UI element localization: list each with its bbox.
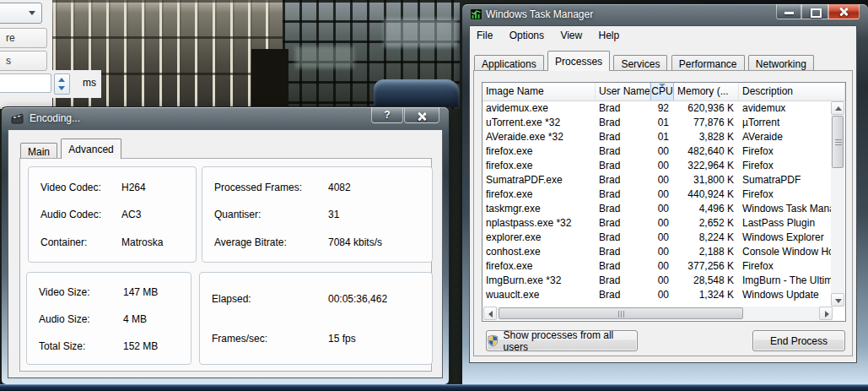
process-row[interactable]: firefox.exeBrad00440,924 KFirefox: [483, 187, 845, 202]
cell-mem: 1,324 K: [674, 288, 739, 302]
partial-button-re[interactable]: re: [0, 28, 47, 48]
cell-cpu: 00: [650, 173, 674, 187]
container-label: Container:: [40, 236, 121, 248]
cell-image: firefox.exe: [483, 144, 596, 159]
process-row[interactable]: explorer.exeBrad008,224 KWindows Explore…: [483, 231, 845, 245]
minimize-button[interactable]: [776, 4, 801, 19]
process-row[interactable]: wuauclt.exeBrad001,324 KWindows Update: [483, 288, 845, 302]
encoding-dialog: Encoding... ? Main Advanced Video Codec:…: [2, 107, 449, 384]
frames-per-sec-label: Frames/sec:: [212, 333, 328, 345]
close-icon: [418, 112, 426, 121]
close-button[interactable]: [404, 107, 439, 123]
menu-file[interactable]: File: [470, 26, 499, 41]
cell-user: Brad: [596, 231, 650, 245]
cell-mem: 620,936 K: [674, 101, 739, 116]
cell-desc: Windows Explorer: [739, 231, 845, 245]
cell-user: Brad: [596, 216, 650, 231]
taskbar[interactable]: [0, 384, 868, 391]
scroll-left-button[interactable]: [483, 307, 497, 320]
process-row[interactable]: taskmgr.exeBrad004,496 KWindows Task Man…: [483, 202, 845, 216]
tab-processes[interactable]: Processes: [547, 51, 610, 71]
cell-user: Brad: [596, 101, 650, 116]
cell-cpu: 00: [650, 245, 674, 259]
cell-image: AVeraide.exe *32: [483, 130, 596, 144]
encoding-tab-strip: Main Advanced: [20, 139, 122, 160]
restore-icon: [811, 8, 822, 18]
audio-codec-label: Audio Codec:: [40, 209, 121, 220]
process-row[interactable]: ImgBurn.exe *32Brad0028,548 KImgBurn - T…: [483, 274, 845, 288]
cell-user: Brad: [596, 116, 650, 130]
cpu-header-label: CPU: [651, 85, 672, 97]
vertical-scrollbar-thumb[interactable]: [832, 116, 844, 168]
column-header-image-name[interactable]: Image Name: [483, 83, 596, 100]
horizontal-scrollbar-thumb[interactable]: [499, 307, 743, 319]
cell-cpu: 00: [650, 144, 674, 159]
process-row[interactable]: firefox.exeBrad00377,256 KFirefox: [483, 259, 845, 274]
process-row[interactable]: SumatraPDF.exeBrad0031,800 KSumatraPDF: [483, 173, 845, 187]
elapsed-value: 00:05:36,462: [328, 293, 387, 305]
cell-mem: 322,964 K: [674, 159, 739, 173]
cell-desc: Firefox: [739, 159, 845, 173]
cell-cpu: 00: [650, 274, 674, 288]
cell-image: conhost.exe: [483, 245, 596, 259]
end-process-label: End Process: [770, 335, 828, 347]
cell-image: firefox.exe: [483, 259, 596, 274]
average-bitrate-value: 7084 kbits/s: [328, 236, 382, 248]
window-reflection: [384, 19, 458, 47]
menu-view[interactable]: View: [553, 26, 589, 41]
avidemux-clapperboard-icon: [11, 111, 24, 125]
task-manager-title: Windows Task Manager: [486, 8, 593, 20]
encoding-dialog-client: Main Advanced Video Codec:H264 Audio Cod…: [8, 129, 443, 378]
column-header-memory[interactable]: Memory (...: [674, 83, 739, 100]
tab-advanced[interactable]: Advanced: [61, 138, 121, 159]
partial-button-s[interactable]: s: [0, 51, 47, 71]
duration-input[interactable]: [0, 73, 51, 93]
menu-bar: File Options View Help: [470, 26, 856, 46]
video-codec-value: H264: [121, 182, 146, 193]
scroll-down-button[interactable]: [831, 293, 844, 307]
menu-options[interactable]: Options: [503, 26, 551, 41]
process-row[interactable]: nplastpass.exe *32Brad002,652 KLastPass …: [483, 216, 845, 231]
column-header-user-name[interactable]: User Name: [596, 83, 650, 100]
process-row[interactable]: firefox.exeBrad00322,964 KFirefox: [483, 159, 845, 173]
task-manager-app-icon: [470, 8, 483, 20]
cell-desc: ImgBurn - The Ultimat: [739, 274, 845, 288]
help-button[interactable]: ?: [371, 107, 403, 123]
encoding-dialog-title: Encoding...: [30, 112, 80, 124]
cell-user: Brad: [596, 130, 650, 144]
cell-desc: SumatraPDF: [739, 173, 845, 187]
process-row[interactable]: firefox.exeBrad00482,640 KFirefox: [483, 144, 845, 159]
total-size-label: Total Size:: [39, 340, 123, 352]
chevron-down-icon: [29, 11, 35, 15]
encoding-dialog-titlebar[interactable]: Encoding... ?: [2, 107, 449, 129]
sort-descending-icon: [659, 84, 666, 87]
close-button[interactable]: [828, 4, 860, 19]
end-process-button[interactable]: End Process: [752, 330, 845, 351]
dropdown-select[interactable]: [0, 3, 42, 24]
spin-down-icon[interactable]: [58, 86, 65, 90]
scroll-up-button[interactable]: [831, 101, 844, 115]
cell-image: ImgBurn.exe *32: [483, 274, 596, 288]
scroll-right-button[interactable]: [819, 307, 833, 320]
column-header-description[interactable]: Description: [739, 83, 845, 100]
spin-up-icon[interactable]: [58, 78, 65, 82]
cell-mem: 31,800 K: [674, 173, 739, 187]
column-header-cpu[interactable]: CPU: [650, 83, 674, 100]
cell-cpu: 00: [650, 202, 674, 216]
restore-button[interactable]: [801, 4, 828, 19]
task-manager-titlebar[interactable]: Windows Task Manager: [462, 4, 868, 25]
quantity-stepper[interactable]: [54, 73, 70, 95]
process-row[interactable]: AVeraide.exe *32Brad013,828 KAVeraide: [483, 130, 845, 144]
vertical-scrollbar[interactable]: [831, 101, 844, 307]
process-row[interactable]: conhost.exeBrad002,188 KConsole Window H…: [483, 245, 845, 259]
advanced-tab-page: Video Codec:H264 Audio Codec:AC3 Contain…: [19, 158, 432, 372]
cell-user: Brad: [596, 288, 650, 302]
horizontal-scrollbar[interactable]: [483, 307, 833, 320]
show-all-users-button[interactable]: Show processes from all users: [486, 330, 638, 351]
menu-help[interactable]: Help: [592, 26, 627, 41]
car: [374, 79, 460, 107]
process-row[interactable]: avidemux.exeBrad92620,936 Kavidemux: [483, 101, 845, 116]
cell-mem: 8,224 K: [674, 231, 739, 245]
process-row[interactable]: uTorrent.exe *32Brad0177,876 KµTorrent: [483, 116, 845, 130]
thumb-grip: [835, 142, 842, 143]
